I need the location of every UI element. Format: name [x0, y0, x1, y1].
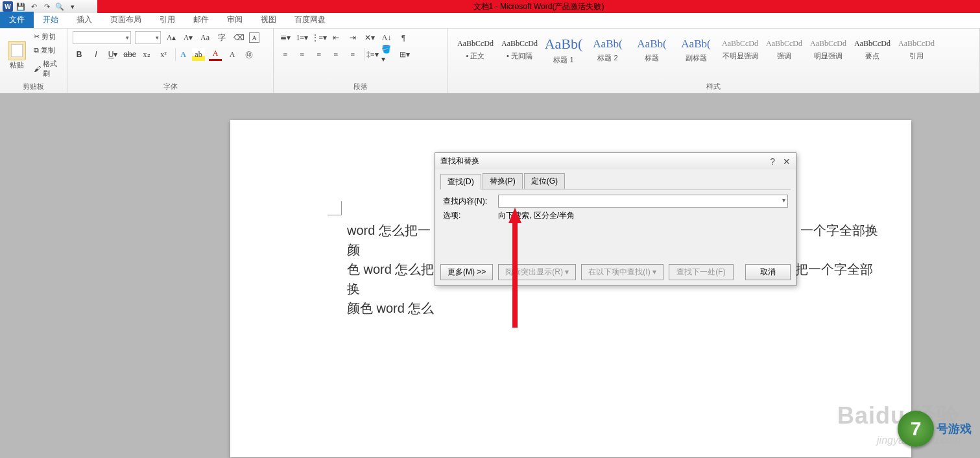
- dialog-tab-replace[interactable]: 替换(P): [483, 173, 523, 189]
- highlight-icon[interactable]: ab: [192, 48, 205, 61]
- save-icon[interactable]: 💾: [16, 1, 26, 12]
- reading-highlight-button[interactable]: 阅读突出显示(R) ▾: [498, 264, 576, 280]
- ribbon: 粘贴 ✂剪切 ⧉复制 🖌格式刷 剪贴板 A▴ A▾ Aa 字 ⌫ A: [0, 29, 980, 93]
- style-name-label: 不明显强调: [723, 51, 758, 61]
- style-preview: AaBb(: [593, 38, 622, 51]
- style-item[interactable]: AaBb(标题 2: [586, 32, 629, 67]
- char-border-icon[interactable]: A: [249, 32, 259, 43]
- cancel-button[interactable]: 取消: [745, 264, 791, 280]
- dialog-tab-goto[interactable]: 定位(G): [524, 173, 565, 189]
- align-left-icon[interactable]: ≡: [279, 48, 292, 61]
- grow-font-icon[interactable]: A▴: [165, 31, 178, 44]
- style-item[interactable]: AaBbCcDd不明显强调: [719, 32, 761, 67]
- copy-button[interactable]: ⧉复制: [32, 45, 62, 56]
- ribbon-group-font: A▴ A▾ Aa 字 ⌫ A B I U▾ abc x₂ x² A ab A A…: [67, 29, 274, 93]
- tab-review[interactable]: 审阅: [218, 12, 252, 28]
- dialog-tabs: 查找(D) 替换(P) 定位(G): [435, 169, 796, 189]
- more-button[interactable]: 更多(M) >>: [440, 264, 493, 280]
- find-next-button[interactable]: 查找下一处(F): [669, 264, 734, 280]
- undo-icon[interactable]: ↶: [29, 1, 39, 12]
- style-item[interactable]: AaBbCcDd• 无间隔: [498, 32, 541, 67]
- quick-access-toolbar: W 💾 ↶ ↷ 🔍 ▾: [0, 1, 80, 12]
- dialog-titlebar[interactable]: 查找和替换 ? ✕: [435, 153, 796, 169]
- text-effects-icon[interactable]: A: [175, 48, 188, 61]
- style-name-label: 标题 1: [553, 55, 573, 65]
- align-right-icon[interactable]: ≡: [313, 48, 326, 61]
- options-label: 选项:: [443, 210, 498, 221]
- shrink-font-icon[interactable]: A▾: [182, 31, 195, 44]
- tab-mailings[interactable]: 邮件: [184, 12, 218, 28]
- justify-icon[interactable]: ≡: [329, 48, 342, 61]
- style-item[interactable]: AaBbCcDd强调: [763, 32, 806, 67]
- style-preview: AaBbCcDd: [810, 39, 846, 49]
- distributed-icon[interactable]: ≡: [346, 48, 359, 61]
- style-item[interactable]: AaBbCcDd• 正文: [454, 32, 497, 67]
- style-name-label: 副标题: [686, 53, 707, 63]
- brush-icon: 🖌: [34, 65, 41, 73]
- styles-gallery[interactable]: AaBbCcDd• 正文AaBbCcDd• 无间隔AaBb(标题 1AaBb(标…: [453, 31, 974, 69]
- dialog-tab-find[interactable]: 查找(D): [440, 174, 481, 189]
- style-item[interactable]: AaBb(标题 1: [542, 32, 585, 67]
- margin-mark-tl: [328, 201, 342, 215]
- cut-button[interactable]: ✂剪切: [32, 31, 62, 42]
- word-app-icon[interactable]: W: [3, 1, 13, 12]
- align-center-icon[interactable]: ≡: [296, 48, 309, 61]
- italic-icon[interactable]: I: [90, 48, 102, 61]
- redo-icon[interactable]: ↷: [42, 1, 52, 12]
- shading-icon[interactable]: 🪣▾: [381, 48, 394, 61]
- clear-format-icon[interactable]: ⌫: [232, 31, 245, 44]
- style-preview: AaBb(: [637, 38, 666, 51]
- style-item[interactable]: AaBbCcDd明显强调: [807, 32, 850, 67]
- find-what-input[interactable]: [498, 195, 788, 208]
- style-preview: AaBbCcDd: [854, 39, 890, 49]
- close-icon[interactable]: ✕: [783, 156, 791, 167]
- sort-icon[interactable]: A↓: [380, 31, 393, 44]
- char-shading-icon[interactable]: A: [226, 48, 239, 61]
- style-item[interactable]: AaBb(副标题: [675, 32, 717, 67]
- tab-view[interactable]: 视图: [252, 12, 285, 28]
- find-in-button[interactable]: 在以下项中查找(I) ▾: [581, 264, 663, 280]
- style-preview: AaBbCcDd: [722, 39, 758, 49]
- clipboard-group-label: 剪贴板: [5, 80, 62, 91]
- underline-icon[interactable]: U▾: [106, 48, 119, 61]
- multilevel-icon[interactable]: ⋮≡▾: [313, 31, 326, 44]
- font-size-combo[interactable]: [135, 31, 161, 44]
- tab-references[interactable]: 引用: [150, 12, 184, 28]
- change-case-icon[interactable]: Aa: [198, 31, 211, 44]
- decrease-indent-icon[interactable]: ⇤: [329, 31, 342, 44]
- phonetic-guide-icon[interactable]: 字: [215, 31, 228, 44]
- superscript-icon[interactable]: x²: [157, 48, 170, 61]
- font-color-icon[interactable]: A: [209, 48, 222, 61]
- line-spacing-icon[interactable]: ‡≡▾: [365, 48, 377, 61]
- help-icon[interactable]: ?: [770, 156, 775, 167]
- tab-baidu[interactable]: 百度网盘: [285, 12, 335, 28]
- format-painter-button[interactable]: 🖌格式刷: [32, 58, 62, 79]
- strikethrough-icon[interactable]: abc: [123, 48, 136, 61]
- subscript-icon[interactable]: x₂: [140, 48, 153, 61]
- style-preview: AaBbCcDd: [457, 39, 494, 49]
- bullets-icon[interactable]: ≣▾: [279, 31, 292, 44]
- style-preview: AaBbCcDd: [501, 39, 538, 49]
- tab-home[interactable]: 开始: [34, 12, 67, 28]
- show-marks-icon[interactable]: ¶: [397, 31, 410, 44]
- asian-layout-icon[interactable]: ✕▾: [363, 31, 376, 44]
- badge-7hao: 7 号游戏: [896, 406, 974, 452]
- qat-dropdown-icon[interactable]: ▾: [67, 1, 78, 12]
- tab-insert[interactable]: 插入: [67, 12, 101, 28]
- font-family-combo[interactable]: [73, 31, 131, 44]
- increase-indent-icon[interactable]: ⇥: [346, 31, 359, 44]
- font-group-label: 字体: [73, 80, 268, 91]
- style-item[interactable]: AaBbCcDd要点: [851, 32, 894, 67]
- style-preview: AaBbCcDd: [898, 39, 935, 49]
- bold-icon[interactable]: B: [73, 48, 86, 61]
- numbering-icon[interactable]: 1≡▾: [296, 31, 309, 44]
- style-item[interactable]: AaBbCcDd引用: [895, 32, 938, 67]
- tab-pagelayout[interactable]: 页面布局: [101, 12, 150, 28]
- tab-file[interactable]: 文件: [0, 12, 34, 28]
- paste-button[interactable]: 粘贴: [5, 40, 29, 71]
- find-what-label: 查找内容(N):: [443, 196, 498, 207]
- enclose-char-icon[interactable]: ㊞: [243, 48, 256, 61]
- style-item[interactable]: AaBb(标题: [630, 32, 673, 67]
- borders-icon[interactable]: ⊞▾: [398, 48, 411, 61]
- qat-extra-icon[interactable]: 🔍: [54, 1, 65, 12]
